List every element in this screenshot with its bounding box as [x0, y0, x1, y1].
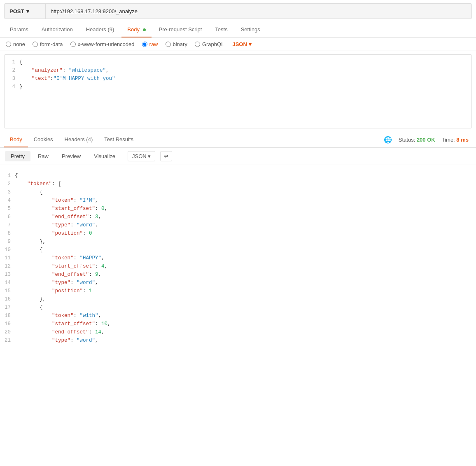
response-section: Body Cookies Headers (4) Test Results 🌐 … [0, 132, 476, 351]
tab-headers[interactable]: Headers (9) [80, 22, 120, 37]
chevron-down-icon: ▾ [148, 153, 151, 159]
wrap-lines-button[interactable]: ⇌ [160, 151, 172, 161]
radio-binary[interactable]: binary [166, 41, 187, 47]
globe-icon: 🌐 [384, 136, 392, 144]
request-body-editor[interactable]: 1 2 3 4 { "analyzer": "whitespace", "tex… [4, 54, 472, 128]
format-tabs-row: Pretty Raw Preview Visualize JSON ▾ ⇌ [0, 148, 476, 165]
body-dot [143, 28, 146, 31]
response-tab-cookies[interactable]: Cookies [28, 132, 59, 147]
status-time: 8 ms [456, 137, 469, 143]
method-label: POST [9, 8, 24, 14]
status-label: Status: 200 OK [399, 137, 435, 143]
format-tab-preview[interactable]: Preview [56, 151, 86, 161]
tab-prerequest[interactable]: Pre-request Script [153, 22, 208, 37]
tab-authorization[interactable]: Authorization [36, 22, 79, 37]
response-tabs-bar: Body Cookies Headers (4) Test Results 🌐 … [0, 132, 476, 148]
radio-urlencoded[interactable]: x-www-form-urlencoded [70, 41, 135, 47]
response-json-dropdown[interactable]: JSON ▾ [128, 151, 155, 161]
tab-tests[interactable]: Tests [209, 22, 233, 37]
request-tabs-bar: Params Authorization Headers (9) Body Pr… [0, 22, 476, 38]
radio-graphql[interactable]: GraphQL [195, 41, 224, 47]
tab-body[interactable]: Body [121, 22, 151, 37]
response-tab-headers[interactable]: Headers (4) [59, 132, 99, 147]
tab-params[interactable]: Params [4, 22, 34, 37]
response-line-numbers: 1 2 3 4 5 6 7 8 9 10 11 12 13 14 15 16 1… [0, 172, 15, 345]
format-tab-visualize[interactable]: Visualize [88, 151, 121, 161]
line-numbers: 1 2 3 4 [5, 58, 19, 91]
response-code-content: { "tokens": [ { "token": "I'M", "start_o… [15, 172, 476, 345]
status-code: 200 OK [417, 137, 435, 143]
chevron-down-icon: ▾ [26, 8, 29, 14]
format-tab-pretty[interactable]: Pretty [5, 151, 30, 161]
response-tab-body[interactable]: Body [4, 132, 28, 147]
url-bar: POST ▾ [4, 3, 472, 19]
status-area: 🌐 Status: 200 OK Time: 8 ms [384, 136, 472, 144]
body-type-row: none form-data x-www-form-urlencoded raw… [0, 38, 476, 51]
response-body-code: 1 2 3 4 5 6 7 8 9 10 11 12 13 14 15 16 1… [0, 165, 476, 351]
method-selector[interactable]: POST ▾ [5, 4, 46, 19]
request-code-content: { "analyzer": "whitespace", "text":"I'M … [19, 58, 471, 91]
tab-settings[interactable]: Settings [235, 22, 266, 37]
url-input[interactable] [46, 8, 471, 14]
wrap-icon: ⇌ [164, 153, 168, 159]
format-tab-raw[interactable]: Raw [32, 151, 54, 161]
radio-none[interactable]: none [6, 41, 25, 47]
response-tab-testresults[interactable]: Test Results [98, 132, 139, 147]
time-label: Time: 8 ms [442, 137, 469, 143]
chevron-down-icon: ▾ [249, 41, 252, 47]
radio-raw[interactable]: raw [142, 41, 158, 47]
json-format-dropdown[interactable]: JSON ▾ [232, 41, 251, 47]
radio-formdata[interactable]: form-data [33, 41, 63, 47]
